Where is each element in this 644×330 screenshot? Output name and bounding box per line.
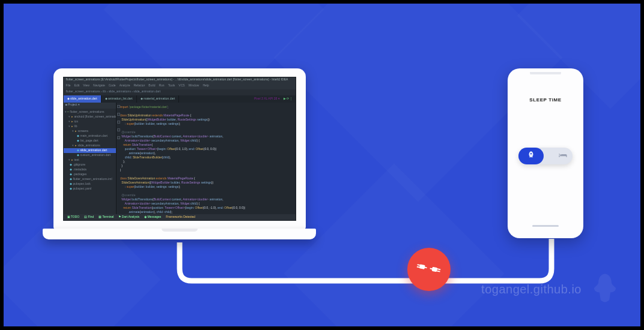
editor-tab[interactable]: ◆ slide_animation.dart <box>64 95 102 103</box>
svg-rect-1 <box>417 264 420 266</box>
code-line[interactable] <box>120 109 292 113</box>
menu-analyze[interactable]: Analyze <box>120 83 130 89</box>
tree-item[interactable]: ▾▸slide_animations <box>64 143 116 148</box>
slide-to-sleep-slider[interactable] <box>518 148 573 164</box>
rocket-icon <box>527 151 535 161</box>
tree-item[interactable]: ◆flutter_screen_animations.iml <box>64 177 116 182</box>
svg-rect-2 <box>417 266 420 268</box>
ide-titlebar: flutter_screen_animations [E:\Android\Fl… <box>64 77 296 83</box>
tree-item[interactable]: ◆main_animation.dart <box>64 134 116 139</box>
tree-item[interactable]: ▾▸android [flutter_screen_animations_and… <box>64 115 116 119</box>
svg-rect-6 <box>437 271 440 272</box>
laptop-screen: flutter_screen_animations [E:\Android\Fl… <box>53 68 306 229</box>
tree-item[interactable]: ▾▸lib <box>64 124 116 129</box>
tree-item[interactable]: ◆.metadata <box>64 167 116 172</box>
menu-file[interactable]: File <box>66 83 71 89</box>
tree-item[interactable]: ▾▪flutter_screen_animations <box>64 110 116 115</box>
code-editor[interactable]: import 'package:flutter/material.dart'; … <box>117 103 296 214</box>
code-line[interactable]: ); <box>120 160 292 164</box>
phone-screen: SLEEP TIME <box>514 74 577 230</box>
code-line[interactable]: : super(builder: builder, settings: sett… <box>120 122 292 126</box>
tree-item[interactable]: ◆pubspec.lock <box>64 182 116 187</box>
code-line[interactable]: .animate(animation), <box>120 151 292 155</box>
code-line[interactable]: Widget buildTransitions(BuildContext con… <box>120 197 292 202</box>
run-target-dropdown[interactable]: Pixel 3 XL API 28 ▾ <box>254 97 280 101</box>
tree-item[interactable]: ▾▸ios <box>64 119 116 124</box>
laptop: flutter_screen_animations [E:\Android\Fl… <box>43 68 316 239</box>
code-line[interactable] <box>120 126 292 130</box>
status-item[interactable]: ▤ Find <box>84 215 94 220</box>
code-line[interactable]: SlideUpAnimation({WidgetBuilder builder,… <box>120 118 292 122</box>
code-line[interactable]: : super(builder: builder, settings: sett… <box>120 185 292 189</box>
plug-icon <box>416 256 442 283</box>
code-line[interactable]: @override <box>120 193 292 197</box>
svg-rect-5 <box>437 268 440 270</box>
code-line[interactable]: } <box>120 164 292 168</box>
code-line[interactable]: } <box>120 168 292 172</box>
hero-illustration: flutter_screen_animations [E:\Android\Fl… <box>4 4 640 326</box>
tree-item[interactable]: ◆.gitignore <box>64 163 116 167</box>
tree-item[interactable]: ◆.packages <box>64 172 116 177</box>
menu-help[interactable]: Help <box>202 83 208 89</box>
tree-item[interactable]: ◆custom_animation.dart <box>64 153 116 158</box>
menu-navigate[interactable]: Navigate <box>93 83 105 89</box>
menu-run[interactable]: Run <box>159 83 164 89</box>
code-line[interactable] <box>120 172 292 176</box>
svg-rect-4 <box>431 267 437 272</box>
watermark: togangel.github.io <box>481 271 622 308</box>
connection-node <box>407 248 451 291</box>
tree-item[interactable]: ◆slide_animation.dart <box>64 148 116 153</box>
status-item[interactable]: ◉ Messages <box>144 215 161 220</box>
ide-statusbar: ▣ TODO▤ Find▦ Terminal⚑ Dart Analysis◉ M… <box>64 214 296 220</box>
code-line[interactable]: Animation<double> secondaryAnimation, Wi… <box>120 139 292 143</box>
app-title: SLEEP TIME <box>514 97 577 103</box>
status-item[interactable]: ▣ TODO <box>67 215 80 220</box>
tree-item[interactable]: ◆list_page.dart <box>64 139 116 143</box>
code-line[interactable] <box>120 189 292 193</box>
status-item[interactable]: ⚑ Dart Analysis <box>118 215 139 220</box>
ide-tabhost: ◆ slide_animation.dart◆ animation_list.d… <box>64 95 296 103</box>
project-tool-header[interactable]: ■ Project ▾ <box>64 103 116 109</box>
code-line[interactable]: return SlideTransition( <box>120 143 292 147</box>
menu-edit[interactable]: Edit <box>74 83 80 89</box>
bg-shape <box>284 163 505 326</box>
menu-vcs[interactable]: VCS <box>178 83 184 89</box>
editor-tab[interactable]: ◆ animation_list.dart <box>102 95 137 103</box>
menu-build[interactable]: Build <box>148 83 155 89</box>
project-tool-window[interactable]: ■ Project ▾ ▾▪flutter_screen_animations▾… <box>64 103 117 214</box>
code-line[interactable]: import 'package:flutter/material.dart'; <box>120 105 292 109</box>
menu-refactor[interactable]: Refactor <box>133 83 145 89</box>
watermark-emblem-icon <box>588 271 622 308</box>
ide-breadcrumbs[interactable]: flutter_screen_animations › lib › slide_… <box>64 89 296 95</box>
menu-view[interactable]: View <box>83 83 90 89</box>
status-item[interactable]: Frameworks Detected <box>166 215 195 220</box>
code-line[interactable]: position: Tween<Offset>(begin: Offset(0.… <box>120 147 292 151</box>
code-line[interactable]: SlideDownAnimation({WidgetBuilder builde… <box>120 181 292 185</box>
code-line[interactable]: Animation<double> secondaryAnimation, Wi… <box>120 202 292 206</box>
slider-thumb[interactable] <box>518 148 544 164</box>
code-line[interactable]: child: SlideTransitionBuilder(child), <box>120 155 292 160</box>
code-line[interactable]: Widget buildTransitions(BuildContext con… <box>120 134 292 139</box>
code-line[interactable]: return SlideTransition(position: Tween<O… <box>120 206 292 210</box>
menu-window[interactable]: Window <box>189 83 199 89</box>
watermark-text: togangel.github.io <box>481 283 582 296</box>
ide-menubar[interactable]: FileEditViewNavigateCodeAnalyzeRefactorB… <box>64 83 296 89</box>
code-line[interactable]: class SlideDownAnimation extends Materia… <box>120 176 292 181</box>
run-actions[interactable]: ▶ ⟳ ⋮ <box>284 97 293 101</box>
code-line[interactable]: @override <box>120 130 292 134</box>
tree-item[interactable]: ▾▸test <box>64 158 116 163</box>
tree-item[interactable]: ▾▸screens <box>64 129 116 134</box>
status-item[interactable]: ▦ Terminal <box>99 215 114 220</box>
menu-tools[interactable]: Tools <box>168 83 175 89</box>
phone: SLEEP TIME <box>508 68 583 238</box>
code-line[interactable]: class SlideUpAnimation extends MaterialP… <box>120 113 292 118</box>
ide-window: flutter_screen_animations [E:\Android\Fl… <box>63 77 296 221</box>
bed-icon <box>558 151 568 161</box>
editor-tab[interactable]: ◆ material_animation.dart <box>137 95 180 103</box>
code-line[interactable]: .animate(animation), child: child); <box>120 210 292 214</box>
tree-item[interactable]: ◆pubspec.yaml <box>64 187 116 191</box>
menu-code[interactable]: Code <box>109 83 116 89</box>
home-indicator <box>532 225 559 227</box>
laptop-base <box>43 229 316 239</box>
